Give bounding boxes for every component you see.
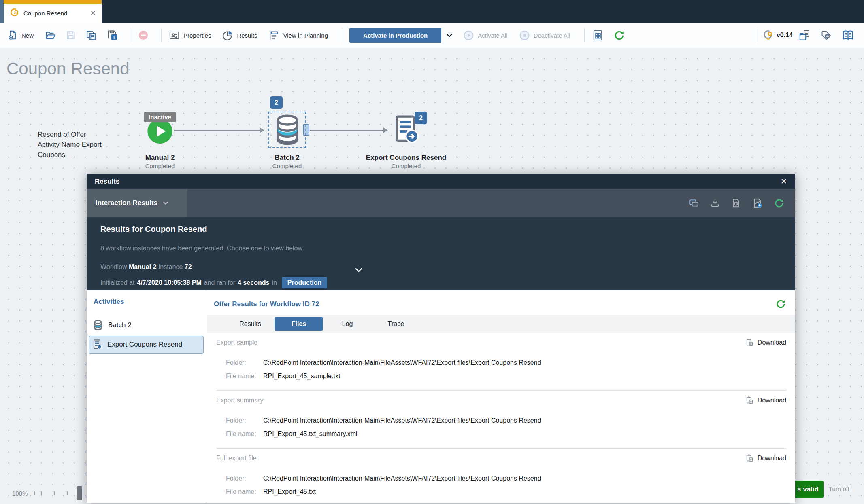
node-batch-2[interactable]: 2 Batch 2 Completed <box>247 96 328 173</box>
dashboard-button[interactable] <box>592 30 604 41</box>
activate-all-button: Activate All <box>463 30 507 41</box>
svg-text:</>: </> <box>826 35 829 38</box>
svg-text:T: T <box>113 34 115 40</box>
file-section-export-summary: Export summary Download Folder: <box>207 391 795 449</box>
download-results-icon[interactable] <box>710 198 720 208</box>
file-name-value: RPI_Export_45.txt_summary.xml <box>263 430 358 438</box>
open-button[interactable] <box>45 30 56 41</box>
file-explorer-button[interactable] <box>798 29 811 42</box>
expand-instances-chevron-icon[interactable] <box>354 265 364 276</box>
file-name-value: RPI_Export_45.txt <box>263 488 316 496</box>
file-sections: Export sample Download Folder: <box>207 333 795 496</box>
environment-badge: Production <box>282 277 327 288</box>
node-status: Completed <box>366 163 447 169</box>
redpoint-logo-icon <box>9 8 19 18</box>
results-tabs: Results Files Log Trace <box>207 315 795 333</box>
results-button[interactable]: Results <box>222 30 257 41</box>
in-label: in <box>272 279 277 286</box>
dialog-selector-bar: Interaction Results <box>87 189 795 217</box>
refresh-results-icon[interactable] <box>774 198 785 209</box>
tab-files[interactable]: Files <box>275 317 323 331</box>
results-summary-panel: Results for Coupon Resend 8 workflow ins… <box>87 217 795 290</box>
planning-icon <box>268 30 279 41</box>
activate-in-production-button[interactable]: Activate in Production <box>349 28 441 43</box>
tab-close-icon[interactable]: ✕ <box>90 10 96 17</box>
delete-minus-icon <box>138 30 149 41</box>
view-in-planning-button[interactable]: View in Planning <box>268 30 328 41</box>
toolbar-separator <box>755 28 755 42</box>
node-name: Batch 2 <box>247 154 328 162</box>
database-icon <box>93 320 103 330</box>
book-icon <box>842 29 854 42</box>
app-window: Coupon Resend ✕ New <box>0 0 864 504</box>
code-tags-button[interactable]: </> <box>821 30 832 41</box>
folder-path: C:\RedPoint Interaction\Interaction-Main… <box>263 417 541 424</box>
new-button-label: New <box>21 32 34 39</box>
zoom-tick <box>67 491 68 495</box>
zoom-tick <box>54 491 55 495</box>
database-icon[interactable] <box>273 114 302 147</box>
node-count-badge: 2 <box>270 96 283 109</box>
download-button-label: Download <box>758 339 786 346</box>
folder-label: Folder: <box>226 475 263 482</box>
node-export-coupons-resend[interactable]: 2 Export Coupons Resend Completed <box>366 96 447 173</box>
help-docs-button[interactable] <box>842 29 854 42</box>
file-section-title: Export summary <box>216 397 263 404</box>
file-section-full-export: Full export file Download Folder: <box>207 449 795 496</box>
activate-all-label: Activate All <box>478 32 507 39</box>
grid-panel-icon <box>592 30 604 41</box>
workflow-label: Workflow <box>100 263 127 270</box>
workflow-name: Manual 2 <box>129 263 156 270</box>
file-section-export-sample: Export sample Download Folder: <box>207 333 795 391</box>
file-section-title: Full export file <box>216 455 257 462</box>
tab-bar: Coupon Resend ✕ <box>0 0 864 23</box>
node-connector-handle[interactable] <box>303 124 309 136</box>
download-button-label: Download <box>758 455 786 462</box>
code-tag-icon: </> <box>821 30 832 41</box>
results-summary-title: Results for Coupon Resend <box>100 224 795 234</box>
turn-off-button[interactable]: Turn off <box>829 485 849 492</box>
folder-document-icon <box>798 29 811 42</box>
activity-item-export-coupons-resend[interactable]: Export Coupons Resend <box>89 336 204 354</box>
toolbar-separator <box>342 28 342 42</box>
node-name: Manual 2 <box>119 154 200 162</box>
refresh-button[interactable] <box>613 30 625 41</box>
properties-button[interactable]: Properties <box>169 30 211 41</box>
delete-button <box>138 30 149 41</box>
tab-trace[interactable]: Trace <box>372 317 420 331</box>
open-folder-icon <box>45 30 56 41</box>
results-view-selector[interactable]: Interaction Results <box>87 189 187 217</box>
deactivate-all-button: Deactivate All <box>519 30 570 41</box>
report-file-icon[interactable] <box>731 198 741 208</box>
download-button[interactable]: Download <box>745 396 786 405</box>
dialog-close-icon[interactable]: ✕ <box>781 177 787 186</box>
instance-label: Instance <box>158 263 183 270</box>
tab-coupon-resend[interactable]: Coupon Resend ✕ <box>4 0 102 23</box>
activity-item-batch-2[interactable]: Batch 2 <box>89 316 204 334</box>
main-toolbar: New T <box>0 23 864 48</box>
export-report-icon[interactable] <box>752 197 763 209</box>
results-summary-subtitle: 8 workflow instances have been generated… <box>100 245 795 252</box>
open-in-window-icon[interactable] <box>689 198 699 208</box>
workflow-instance-line: Workflow Manual 2 Instance 72 <box>100 263 795 271</box>
ran-for-label: and ran for <box>204 279 235 286</box>
view-in-planning-label: View in Planning <box>283 32 328 39</box>
activities-panel: Activities Batch 2 Export Coupons Resend <box>87 290 207 503</box>
save-as-template-button[interactable]: T <box>106 30 118 41</box>
download-button[interactable]: Download <box>745 454 786 463</box>
folder-path: C:\RedPoint Interaction\Interaction-Main… <box>263 359 541 366</box>
refresh-offer-results-icon[interactable] <box>775 299 786 309</box>
save-all-button[interactable] <box>86 30 97 41</box>
workflow-canvas[interactable]: Coupon Resend Resend of Offer Activity N… <box>0 49 864 504</box>
tab-results[interactable]: Results <box>226 317 275 331</box>
download-button[interactable]: Download <box>745 338 786 347</box>
activate-dropdown-button[interactable] <box>445 31 453 39</box>
zoom-slider-handle[interactable] <box>77 486 82 500</box>
tab-log[interactable]: Log <box>323 317 372 331</box>
export-document-icon <box>93 339 102 350</box>
node-manual-2[interactable]: Inactive Manual 2 Completed <box>119 112 200 173</box>
new-button[interactable]: New <box>7 30 34 40</box>
version-label: v0.14 <box>777 32 793 39</box>
redpoint-logo-icon <box>762 30 773 41</box>
folder-label: Folder: <box>226 417 263 424</box>
